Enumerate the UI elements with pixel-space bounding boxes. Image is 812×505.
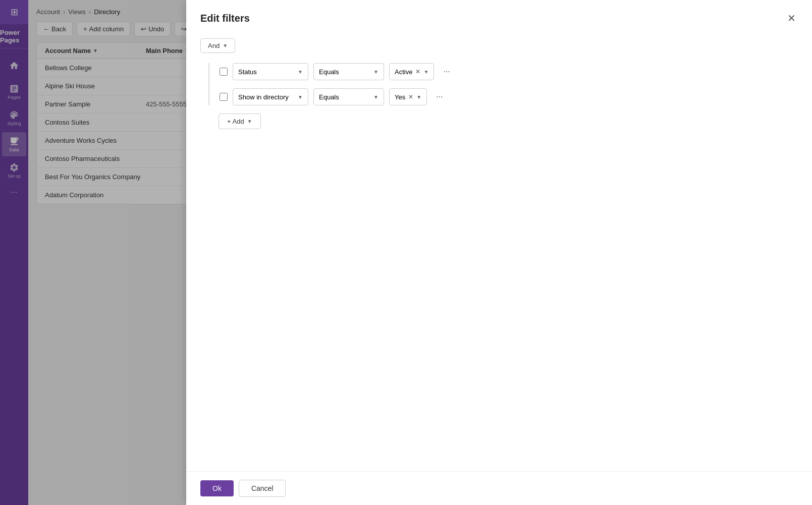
add-filter-button[interactable]: + Add ▼ — [219, 114, 261, 129]
filter-operator-1-value: Equals — [319, 68, 339, 76]
filter-operator-2-select[interactable]: Equals ▼ — [313, 88, 384, 105]
filter-row-2: Show in directory ▼ Equals ▼ Yes ✕ ▼ ··· — [209, 88, 798, 105]
filter-field-2-chevron: ▼ — [298, 94, 303, 100]
filter-value-2-clear[interactable]: ✕ — [408, 93, 413, 100]
and-label: And — [208, 42, 220, 49]
filter-value-1-clear[interactable]: ✕ — [415, 68, 420, 75]
filter-value-1-tag: Active ✕ ▼ — [389, 63, 434, 80]
filter-row-2-checkbox[interactable] — [220, 93, 228, 101]
filter-operator-1-select[interactable]: Equals ▼ — [313, 63, 384, 80]
filter-rows: Status ▼ Equals ▼ Active ✕ ▼ ··· — [208, 63, 798, 105]
filter-field-1-select[interactable]: Status ▼ — [233, 63, 308, 80]
filter-value-2-text: Yes — [395, 93, 405, 101]
filter-operator-2-chevron: ▼ — [373, 94, 378, 100]
filter-operator-1-chevron: ▼ — [373, 69, 378, 75]
panel-title: Edit filters — [200, 13, 250, 24]
filter-value-1-chevron: ▼ — [423, 69, 428, 75]
panel-body: And ▼ Status ▼ Equals ▼ Active ✕ ▼ — [186, 26, 812, 471]
cancel-button[interactable]: Cancel — [239, 480, 286, 497]
panel-header: Edit filters ✕ — [186, 0, 812, 26]
filter-field-1-value: Status — [238, 68, 257, 76]
filter-row-1: Status ▼ Equals ▼ Active ✕ ▼ ··· — [209, 63, 798, 80]
filter-value-2-tag: Yes ✕ ▼ — [389, 88, 427, 105]
filter-value-2-chevron: ▼ — [416, 94, 421, 100]
and-button[interactable]: And ▼ — [200, 38, 235, 53]
filter-operator-2-value: Equals — [319, 93, 339, 101]
filter-field-2-select[interactable]: Show in directory ▼ — [233, 88, 308, 105]
panel-footer: Ok Cancel — [186, 471, 812, 505]
filter-row-1-more-button[interactable]: ··· — [439, 65, 454, 78]
filter-field-1-chevron: ▼ — [298, 69, 303, 75]
panel-close-button[interactable]: ✕ — [785, 10, 798, 26]
add-filter-label: + Add — [227, 118, 244, 125]
ok-button[interactable]: Ok — [200, 480, 234, 496]
filter-value-1-text: Active — [395, 68, 412, 76]
edit-filters-panel: Edit filters ✕ And ▼ Status ▼ Equals ▼ — [186, 0, 812, 505]
and-chevron-icon: ▼ — [223, 43, 228, 48]
add-filter-chevron: ▼ — [247, 119, 252, 124]
filter-row-1-checkbox[interactable] — [220, 68, 228, 76]
filter-field-2-value: Show in directory — [238, 93, 289, 101]
filter-row-2-more-button[interactable]: ··· — [432, 90, 447, 103]
